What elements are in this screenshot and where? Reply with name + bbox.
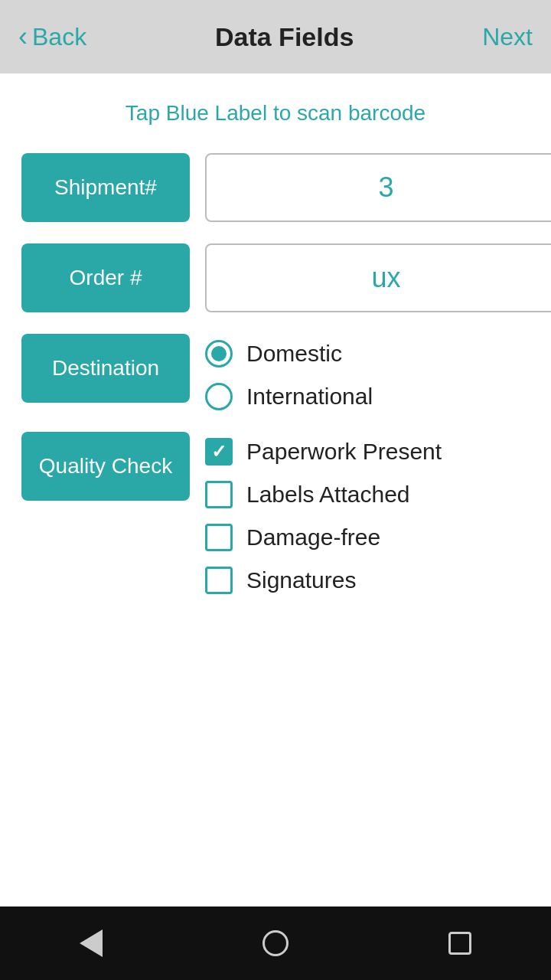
shipment-label-button[interactable]: Shipment# <box>21 153 190 222</box>
checkbox-labels-box <box>205 481 233 508</box>
checkbox-damage[interactable]: Damage-free <box>205 524 530 551</box>
checkbox-damage-box <box>205 524 233 551</box>
order-label-button[interactable]: Order # <box>21 243 190 312</box>
order-input[interactable] <box>205 243 551 312</box>
radio-domestic-circle <box>205 340 233 368</box>
radio-international-label: International <box>246 384 373 410</box>
back-chevron-icon: ‹ <box>18 23 28 51</box>
bottom-nav <box>0 906 551 980</box>
checkbox-signatures-label: Signatures <box>246 567 356 593</box>
shipment-input[interactable] <box>205 153 551 222</box>
checkbox-signatures[interactable]: Signatures <box>205 567 530 594</box>
radio-domestic[interactable]: Domestic <box>205 340 530 368</box>
nav-back-icon[interactable] <box>80 929 103 957</box>
checkbox-paperwork-label: Paperwork Present <box>246 439 442 465</box>
checkbox-paperwork-box <box>205 438 233 466</box>
back-button[interactable]: ‹ Back <box>18 23 86 51</box>
destination-label-button[interactable]: Destination <box>21 334 190 403</box>
checkbox-damage-label: Damage-free <box>246 524 380 550</box>
order-row: Order # <box>21 243 530 312</box>
next-button[interactable]: Next <box>482 23 533 51</box>
radio-domestic-label: Domestic <box>246 341 342 367</box>
destination-row: Destination Domestic International <box>21 334 530 410</box>
checkbox-paperwork[interactable]: Paperwork Present <box>205 438 530 466</box>
content-area: Tap Blue Label to scan barcode Shipment#… <box>0 74 551 906</box>
hint-text: Tap Blue Label to scan barcode <box>21 101 530 126</box>
checkbox-labels-label: Labels Attached <box>246 482 410 508</box>
quality-check-row: Quality Check Paperwork Present Labels A… <box>21 432 530 594</box>
nav-recents-icon[interactable] <box>448 932 471 955</box>
radio-international[interactable]: International <box>205 383 530 410</box>
shipment-row: Shipment# <box>21 153 530 222</box>
quality-check-label-button[interactable]: Quality Check <box>21 432 190 501</box>
nav-home-icon[interactable] <box>262 930 289 956</box>
destination-radio-group: Domestic International <box>205 334 530 410</box>
checkbox-signatures-box <box>205 567 233 594</box>
quality-check-checkbox-group: Paperwork Present Labels Attached Damage… <box>205 432 530 594</box>
header: ‹ Back Data Fields Next <box>0 0 551 74</box>
checkbox-labels[interactable]: Labels Attached <box>205 481 530 508</box>
back-label: Back <box>32 23 86 51</box>
page-title: Data Fields <box>215 22 354 52</box>
radio-international-circle <box>205 383 233 410</box>
